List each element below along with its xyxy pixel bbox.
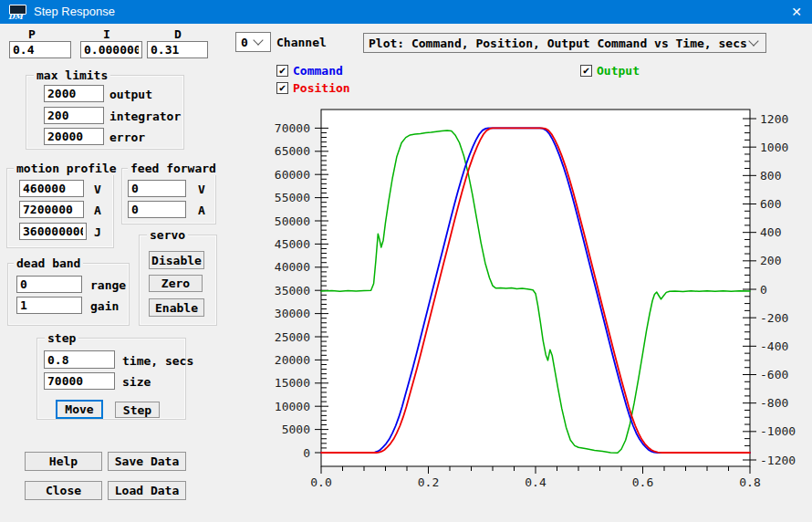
velocity-input[interactable] — [19, 180, 84, 197]
channel-select[interactable]: 0 — [235, 32, 271, 52]
p-label: P — [28, 27, 36, 41]
accel-input[interactable] — [19, 201, 84, 218]
svg-text:800: 800 — [760, 169, 781, 183]
chevron-down-icon — [253, 35, 263, 45]
svg-text:15000: 15000 — [275, 376, 310, 390]
svg-text:0.4: 0.4 — [525, 475, 547, 489]
svg-text:400: 400 — [760, 225, 781, 239]
svg-text:30000: 30000 — [275, 307, 310, 320]
gain-label: gain — [90, 299, 119, 313]
svg-text:10000: 10000 — [275, 400, 310, 413]
step-button[interactable]: Step — [115, 402, 160, 418]
gain-input[interactable] — [16, 297, 82, 314]
disable-button[interactable]: Disable — [149, 251, 204, 269]
svg-text:600: 600 — [760, 197, 781, 211]
jerk-label: J — [94, 225, 101, 239]
step-response-chart: 0500010000150002000025000300003500040000… — [255, 102, 803, 511]
svg-text:60000: 60000 — [275, 168, 310, 182]
velocity-label: V — [94, 183, 101, 196]
range-input[interactable] — [16, 276, 82, 293]
command-checkbox-label: Command — [293, 64, 343, 78]
move-button[interactable]: Move — [56, 400, 103, 419]
svg-text:1200: 1200 — [760, 112, 788, 126]
svg-text:5000: 5000 — [282, 423, 310, 436]
max-limits-title: max limits — [34, 69, 110, 82]
accel-label: A — [94, 204, 101, 217]
svg-text:-1000: -1000 — [760, 424, 796, 438]
svg-text:55000: 55000 — [275, 191, 310, 204]
max-error-input[interactable] — [44, 128, 104, 145]
save-data-button[interactable]: Save Data — [108, 452, 186, 471]
svg-text:50000: 50000 — [275, 214, 310, 228]
channel-label: Channel — [276, 36, 327, 49]
enable-button[interactable]: Enable — [149, 298, 204, 317]
ff-accel-input[interactable] — [128, 201, 186, 218]
max-output-label: output — [109, 88, 152, 101]
step-title: step — [45, 332, 78, 345]
p-input[interactable] — [9, 41, 71, 58]
svg-text:-600: -600 — [760, 368, 788, 381]
svg-text:200: 200 — [760, 254, 781, 267]
output-checkbox[interactable]: ✔ — [580, 65, 592, 77]
title-bar: DM Step Response ✕ — [0, 0, 812, 24]
position-checkbox-label: Position — [293, 81, 350, 95]
max-output-input[interactable] — [44, 85, 104, 102]
dead-band-group — [7, 263, 130, 326]
step-response-dialog: { "window": { "title": "Step Response", … — [0, 0, 812, 522]
range-label: range — [90, 278, 126, 292]
chevron-down-icon — [748, 36, 758, 46]
position-checkbox[interactable]: ✔ — [276, 82, 288, 94]
max-integrator-input[interactable] — [44, 107, 104, 124]
window-title: Step Response — [34, 5, 115, 18]
svg-text:35000: 35000 — [275, 284, 310, 298]
i-input[interactable] — [80, 41, 142, 58]
load-data-button[interactable]: Load Data — [108, 481, 186, 500]
ff-accel-label: A — [198, 204, 205, 217]
jerk-input[interactable] — [19, 223, 87, 240]
close-button[interactable]: Close — [25, 481, 102, 500]
d-label: D — [174, 27, 182, 41]
svg-text:20000: 20000 — [275, 353, 310, 367]
output-checkbox-label: Output — [597, 64, 640, 78]
step-size-input[interactable] — [44, 372, 115, 390]
svg-text:40000: 40000 — [275, 260, 310, 274]
svg-text:-200: -200 — [760, 311, 788, 325]
motion-profile-title: motion profile — [14, 162, 120, 175]
max-integrator-label: integrator — [109, 110, 181, 123]
d-input[interactable] — [147, 41, 208, 58]
svg-text:0: 0 — [303, 446, 310, 460]
svg-text:-400: -400 — [760, 339, 788, 353]
svg-text:0.2: 0.2 — [418, 475, 439, 489]
svg-text:1000: 1000 — [760, 141, 788, 154]
plot-select[interactable]: Plot: Command, Position, Output Command … — [363, 33, 766, 53]
svg-text:-800: -800 — [760, 396, 788, 410]
svg-text:0.8: 0.8 — [739, 475, 760, 489]
ff-velocity-label: V — [198, 183, 205, 196]
command-checkbox[interactable]: ✔ — [276, 65, 288, 77]
step-size-label: size — [122, 375, 151, 389]
servo-title: servo — [147, 229, 188, 242]
svg-text:65000: 65000 — [275, 144, 310, 158]
svg-text:0.6: 0.6 — [632, 475, 653, 489]
svg-text:25000: 25000 — [275, 330, 310, 344]
app-icon: DM — [7, 4, 28, 20]
zero-button[interactable]: Zero — [149, 275, 203, 292]
svg-text:0.0: 0.0 — [310, 475, 331, 489]
step-time-label: time, secs — [122, 354, 193, 368]
svg-text:-1200: -1200 — [760, 454, 796, 467]
step-time-input[interactable] — [44, 350, 115, 369]
feed-forward-title: feed forward — [128, 162, 219, 175]
svg-text:0: 0 — [760, 283, 767, 297]
svg-text:70000: 70000 — [275, 121, 310, 135]
help-button[interactable]: Help — [25, 452, 102, 471]
dead-band-title: dead band — [14, 257, 83, 270]
ff-velocity-input[interactable] — [128, 180, 186, 197]
close-icon[interactable]: ✕ — [781, 0, 812, 24]
svg-text:45000: 45000 — [275, 237, 310, 251]
i-label: I — [103, 27, 110, 41]
max-error-label: error — [109, 130, 145, 144]
